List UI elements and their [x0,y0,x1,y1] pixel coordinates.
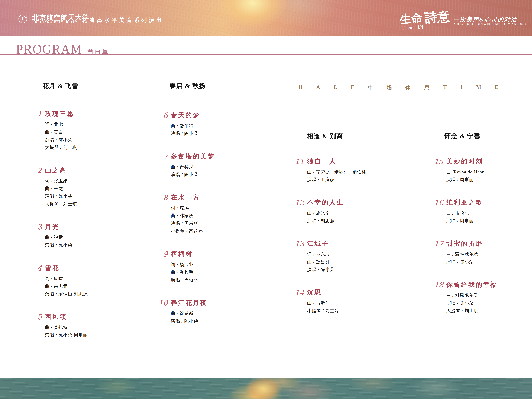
item-number: 13 [289,240,304,273]
item-credit: 曲 / 雷哈尔 [446,209,483,217]
item-body: 雪花词 / 应啸曲 / 余忠元演唱 / 宋佳恒 刘思源 [45,265,88,298]
item-title: 西风颂 [45,313,88,320]
item-body: 梧桐树词 / 杨展业曲 / 奚其明演唱 / 周晰丽 [171,251,198,284]
item-credit: 演唱 / 周晰丽 [171,276,198,284]
program-item: 2山之高词 / 张玉嬢曲 / 王龙演唱 / 陈小朵大提琴 / 刘士琪 [27,167,158,208]
item-credit: 曲 / 奚其明 [171,268,198,276]
section-header-huainian-ningxin: 怀念 & 宁馨 [444,133,480,140]
item-title: 山之高 [45,167,77,173]
item-title: 雪花 [45,265,88,271]
item-number: 10 [153,299,168,325]
item-credit: 曲 / 莫扎特 [45,323,88,331]
university-seal-icon: 1952 [18,14,27,23]
item-number: 14 [289,289,304,315]
item-credit: 曲 / 福雷 [45,234,72,241]
item-number: 4 [27,265,42,298]
item-number: 16 [428,199,443,225]
item-title: 玫瑰三愿 [45,110,77,117]
item-credit: 曲 / 蒙特威尔第 [446,250,483,258]
item-credit: 演唱 / 周晰丽 [446,176,485,184]
item-title: 春天的梦 [171,112,200,118]
program-item: 18你曾给我的幸福曲 / 科恩戈尔登演唱 / 陈小朵大提琴 / 刘士琪 [428,281,532,315]
item-body: 维利亚之歌曲 / 雷哈尔演唱 / 周晰丽 [446,199,483,225]
item-body: 在水一方词 / 琼瑶曲 / 林家庆演唱 / 周晰丽小提琴 / 高芷婷 [171,194,203,235]
item-title: 沉思 [307,289,339,296]
halftime-letter: 场 [386,84,392,91]
item-number: 3 [27,223,42,249]
item-credit: 曲 / 科恩戈尔登 [446,291,498,299]
item-credit: 大提琴 / 刘士琪 [45,144,77,151]
item-title: 独自一人 [307,158,366,165]
item-body: 月光曲 / 福雷演唱 / 陈小朵 [45,223,72,249]
seal-year: 1952 [22,21,24,22]
item-credit: 曲 / 普契尼 [171,163,215,171]
program-item: 9梧桐树词 / 杨展业曲 / 奚其明演唱 / 周晰丽 [153,251,284,284]
item-number: 15 [428,158,443,184]
item-credit: 曲 / 马斯涅 [307,299,339,307]
item-credit: 演唱 / 周晰丽 [171,220,203,227]
program-item: 3月光曲 / 福雷演唱 / 陈小朵 [27,223,158,249]
program-list-section-4: 15美妙的时刻曲 /Reynaldo Hahn演唱 / 周晰丽16维利亚之歌曲 … [428,158,532,330]
item-credit: 大提琴 / 刘士琪 [446,307,498,315]
program-item: 5西风颂曲 / 莫扎特演唱 / 陈小朵 周晰丽 [27,313,158,339]
item-body: 春江花月夜曲 / 徐景新演唱 / 陈小朵 [171,299,208,325]
item-title: 梧桐树 [171,251,198,257]
program-item: 1玫瑰三愿词 / 龙七曲 / 黄自演唱 / 陈小朵大提琴 / 刘士琪 [27,110,158,151]
item-number: 7 [153,153,168,178]
program-item: 10春江花月夜曲 / 徐景新演唱 / 陈小朵 [153,299,284,325]
slogan-underline [464,26,532,26]
section-header-chunqi-qiuyang: 春启 & 秋扬 [170,82,206,89]
item-credit: 曲 / 克劳德 - 米歇尔 . 勋伯格 [307,168,366,176]
program-list-section-1: 1玫瑰三愿词 / 龙七曲 / 黄自演唱 / 陈小朵大提琴 / 刘士琪2山之高词 … [27,110,158,355]
item-title: 月光 [45,223,72,230]
item-body: 春天的梦曲 / 舒伯特演唱 / 陈小朵 [171,112,200,137]
item-credit: 演唱 / 陈小朵 [446,299,498,307]
column-divider-left [137,77,137,364]
halftime-banner: HALF中场休息TIME [298,84,498,91]
halftime-letter: E [495,84,498,91]
item-title: 维利亚之歌 [446,199,483,206]
item-credit: 曲 / 徐景新 [171,310,208,317]
column-divider-right [399,124,399,360]
item-credit: 词 / 龙七 [45,120,77,128]
halftime-letter: M [476,84,481,91]
item-title: 你曾给我的幸福 [446,281,498,288]
item-body: 江城子词 / 苏东坡曲 / 敖昌群演唱 / 陈小朵 [307,240,335,273]
item-credit: 演唱 / 陈小朵 [446,258,483,266]
item-title: 多蕾塔的美梦 [171,153,215,159]
university-name-en: BEIHANG UNIVERSITY [35,20,78,24]
section-header-huayue-feixue: 花月 & 飞雪 [42,82,78,89]
item-number: 2 [27,167,42,208]
item-body: 独自一人曲 / 克劳德 - 米歇尔 . 勋伯格演唱 / 田润荻 [307,158,366,184]
item-title: 不幸的人生 [307,199,344,206]
item-credit: 曲 / 林家庆 [171,212,203,220]
item-title: 在水一方 [171,194,203,201]
program-item: 15美妙的时刻曲 /Reynaldo Hahn演唱 / 周晰丽 [428,158,532,184]
item-credit: 演唱 / 周晰丽 [446,217,483,225]
item-body: 甜蜜的折磨曲 / 蒙特威尔第演唱 / 陈小朵 [446,240,483,266]
logo-calligraphy-de: 的 [418,23,424,30]
item-credit: 演唱 / 陈小朵 [45,241,72,249]
program-item: 4雪花词 / 应啸曲 / 余忠元演唱 / 宋佳恒 刘思源 [27,265,158,298]
item-number: 6 [153,112,168,137]
item-credit: 曲 / 舒伯特 [171,122,200,130]
section-header-xiangfeng-bieli: 相逢 & 别离 [307,133,343,140]
halftime-letter: I [461,84,462,91]
program-item: 7多蕾塔的美梦曲 / 普契尼演唱 / 陈小朵 [153,153,284,178]
logo-script-lifelike: Lifelike [400,25,412,30]
item-credit: 演唱 / 陈小朵 周晰丽 [45,331,88,339]
item-credit: 演唱 / 陈小朵 [171,171,215,178]
item-credit: 演唱 / 陈小朵 [171,130,200,137]
program-item: 8在水一方词 / 琼瑶曲 / 林家庆演唱 / 周晰丽小提琴 / 高芷婷 [153,194,284,235]
item-number: 1 [27,110,42,151]
item-credit: 曲 / 黄自 [45,128,77,136]
item-credit: 词 / 琼瑶 [171,204,203,212]
item-credit: 演唱 / 陈小朵 [45,192,77,200]
program-item: 17甜蜜的折磨曲 / 蒙特威尔第演唱 / 陈小朵 [428,240,532,266]
program-list-section-2: 6春天的梦曲 / 舒伯特演唱 / 陈小朵7多蕾塔的美梦曲 / 普契尼演唱 / 陈… [153,112,284,341]
halftime-letter: F [351,84,354,91]
item-title: 江城子 [307,240,335,247]
item-credit: 词 / 杨展业 [171,261,198,268]
item-credit: 词 / 张玉嬢 [45,177,77,185]
program-item: 6春天的梦曲 / 舒伯特演唱 / 陈小朵 [153,112,284,137]
